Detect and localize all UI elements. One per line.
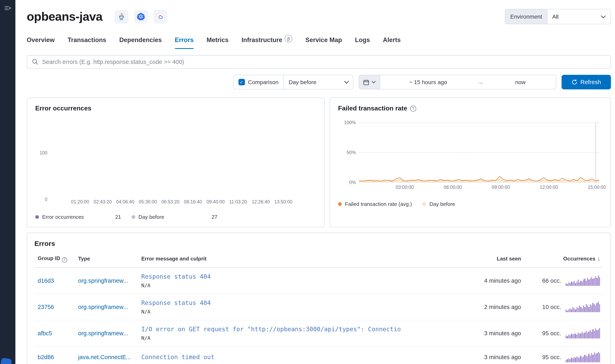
last-seen-value: 3 minutes ago xyxy=(453,320,524,346)
failed-transaction-rate-chart: 100%50%0% xyxy=(359,123,599,182)
occurrences-sparkline xyxy=(565,328,600,338)
bar-chart-plot xyxy=(51,118,312,197)
group-id-link[interactable]: afbc5 xyxy=(38,330,52,336)
comparison-checkbox-row[interactable]: Comparison xyxy=(233,75,283,89)
line-chart-x-axis: 03:00:0006:00:0009:00:0012:00:0015:00:00 xyxy=(359,185,599,191)
errors-table: Group ID Type Error message and culprit … xyxy=(34,250,603,364)
group-id-link[interactable]: 23756 xyxy=(38,303,54,310)
table-row: 23756 org.springframew... Response statu… xyxy=(34,294,603,320)
beta-badge: β xyxy=(285,35,292,42)
tab-infrastructure[interactable]: Infrastructure β xyxy=(242,36,292,49)
group-id-link[interactable]: b2d86 xyxy=(38,354,54,360)
table-header-row: Group ID Type Error message and culprit … xyxy=(34,250,603,267)
chevron-down-icon xyxy=(601,15,606,18)
errors-table-panel: Errors Group ID Type Error message and c… xyxy=(27,233,611,364)
collapsed-sidebar xyxy=(0,0,15,364)
legend-dot-current xyxy=(35,215,39,219)
search-input[interactable] xyxy=(42,59,606,65)
occurrences-value: 95 occ. xyxy=(542,354,561,360)
legend-day-before[interactable]: Day before 27 xyxy=(132,214,218,220)
gcp-icon xyxy=(153,10,167,24)
service-agent-icons xyxy=(115,10,167,24)
error-message-link[interactable]: I/O error on GET request for "http://opb… xyxy=(141,325,425,333)
page-title: opbeans-java xyxy=(27,10,102,24)
error-search-bar xyxy=(27,55,611,69)
failed-transaction-rate-panel: Failed transaction rate 100%50%0% 03: xyxy=(329,97,611,227)
kubernetes-icon xyxy=(134,10,148,24)
column-last-seen[interactable]: Last seen xyxy=(453,250,524,267)
error-message-link[interactable]: Connection timed out xyxy=(141,353,425,361)
column-message: Error message and culprit xyxy=(138,250,453,267)
tab-metrics[interactable]: Metrics xyxy=(206,36,229,49)
tab-logs[interactable]: Logs xyxy=(355,36,370,49)
errors-table-title: Errors xyxy=(34,240,603,248)
error-type-link[interactable]: org.springframew... xyxy=(78,303,128,310)
legend-dot-day-before xyxy=(132,215,135,219)
legend-value-day-before: 27 xyxy=(212,214,218,220)
occurrences-sparkline xyxy=(565,275,600,286)
help-icon[interactable] xyxy=(410,105,416,111)
column-occurrences[interactable]: Occurrences xyxy=(524,250,603,267)
error-message-link[interactable]: Response status 404 xyxy=(141,273,425,280)
table-row: afbc5 org.springframew... I/O error on G… xyxy=(34,320,603,346)
time-range-start[interactable]: ~ 15 hours ago xyxy=(380,75,476,89)
tab-alerts[interactable]: Alerts xyxy=(383,36,401,49)
error-type-link[interactable]: org.springframew... xyxy=(78,277,128,284)
group-id-link[interactable]: d16d3 xyxy=(38,277,54,284)
error-type-link[interactable]: org.springframew... xyxy=(78,330,128,336)
date-picker: ~ 15 hours ago now xyxy=(359,75,556,89)
time-range-end[interactable]: now xyxy=(485,75,556,89)
occurrences-sparkline xyxy=(565,301,600,312)
legend-value-current: 21 xyxy=(115,214,121,220)
charts-row: Error occurrences 1000 01:20:0002:43:200… xyxy=(27,97,611,227)
service-header: opbeans-java xyxy=(27,0,611,24)
comparison-label: Comparison xyxy=(248,79,279,85)
error-occurrences-panel: Error occurrences 1000 01:20:0002:43:200… xyxy=(27,97,325,227)
time-controls: Comparison Day before ~ 15 hours ago now xyxy=(27,75,611,89)
occurrences-value: 95 occ. xyxy=(542,330,561,336)
error-occurrences-chart: 1000 01:20:0002:43:2004:06:4005:30:0006:… xyxy=(51,118,312,206)
error-message-link[interactable]: Response status 404 xyxy=(141,299,425,306)
line-chart-legend: Failed transaction rate (avg.) Day befor… xyxy=(338,201,602,207)
assistant-button[interactable] xyxy=(0,358,12,364)
main-content: opbeans-java xyxy=(15,0,615,364)
tab-dependencies[interactable]: Dependencies xyxy=(119,36,162,49)
column-group-id: Group ID xyxy=(34,250,75,267)
group-id-help-icon[interactable] xyxy=(62,257,67,262)
comparison-group: Comparison Day before xyxy=(233,75,354,89)
tab-transactions[interactable]: Transactions xyxy=(68,36,106,49)
app-root: opbeans-java xyxy=(0,0,615,364)
error-culprit: N/A xyxy=(141,335,450,341)
error-type-link[interactable]: java.net.ConnectE... xyxy=(78,354,131,360)
last-seen-value: 3 minutes ago xyxy=(453,346,524,364)
legend-ftr-day-before[interactable]: Day before xyxy=(423,201,455,207)
comparison-checkbox[interactable] xyxy=(238,79,245,85)
last-seen-value: 4 minutes ago xyxy=(453,267,524,294)
legend-error-occurrences[interactable]: Error occurrences 21 xyxy=(35,214,121,220)
tab-service-map[interactable]: Service Map xyxy=(305,36,342,49)
arrow-right-icon xyxy=(476,75,485,89)
expand-menu-button[interactable] xyxy=(0,0,15,16)
environment-filter: Environment All xyxy=(505,9,611,24)
chevron-down-icon xyxy=(344,81,349,83)
refresh-button[interactable]: Refresh xyxy=(561,75,611,89)
bar-chart-legend: Error occurrences 21 Day before 27 xyxy=(35,214,316,220)
occurrences-value: 10 occ. xyxy=(542,303,561,310)
legend-dot-failed-rate xyxy=(338,202,342,206)
tab-overview[interactable]: Overview xyxy=(27,36,55,49)
comparison-select[interactable]: Day before xyxy=(283,75,353,89)
error-culprit: N/A xyxy=(141,308,450,314)
gridline-0 xyxy=(359,182,599,183)
line-chart-svg xyxy=(359,123,599,182)
sort-desc-icon xyxy=(595,256,600,262)
legend-failed-rate[interactable]: Failed transaction rate (avg.) xyxy=(338,201,412,207)
failed-transaction-rate-title: Failed transaction rate xyxy=(338,105,602,112)
legend-dot-ftr-day-before xyxy=(423,202,426,206)
refresh-icon xyxy=(572,79,577,85)
tab-errors[interactable]: Errors xyxy=(175,36,193,49)
occurrences-sparkline xyxy=(565,352,600,362)
error-culprit: N/A xyxy=(141,282,450,288)
environment-select[interactable]: All xyxy=(547,9,611,24)
search-icon xyxy=(32,59,39,65)
date-quick-select-button[interactable] xyxy=(359,75,380,89)
